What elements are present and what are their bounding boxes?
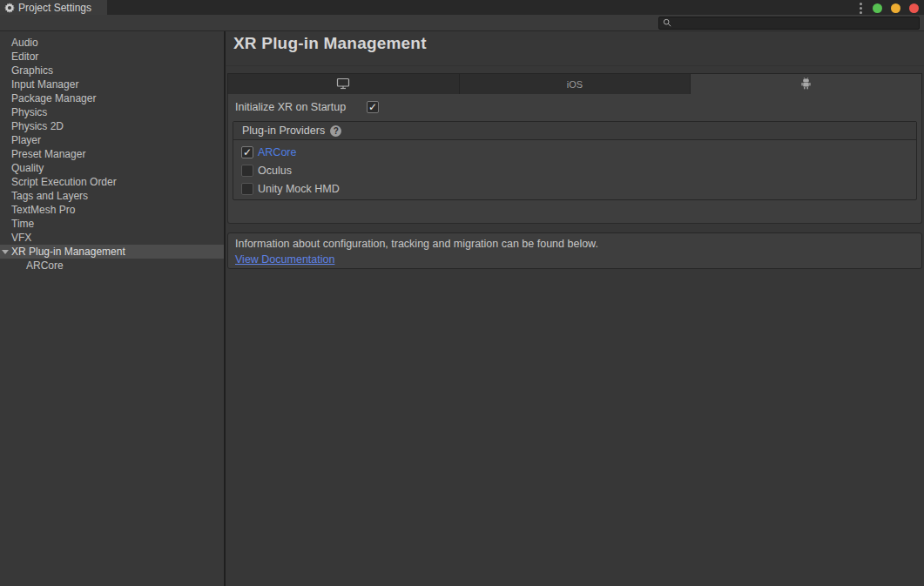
sidebar-item-label: ARCore [26,259,64,272]
plugin-providers-box: Plug-in Providers ? ARCore Oculus Unity … [233,121,917,200]
sidebar-item-vfx[interactable]: VFX [0,231,224,245]
window-button-yellow[interactable] [891,3,900,13]
sidebar-item-label: Editor [11,51,38,63]
search-icon [663,17,671,30]
sidebar-item-label: Quality [11,162,44,174]
platform-tab-bar: iOS [227,73,922,94]
ios-tab-label: iOS [567,79,583,90]
sidebar-item-physics[interactable]: Physics [0,105,224,119]
sidebar-item-xr-plug-in-management[interactable]: XR Plug-in Management [0,245,224,259]
initialize-xr-checkbox[interactable] [367,101,379,113]
sidebar-item-textmesh-pro[interactable]: TextMesh Pro [0,203,224,217]
provider-row: Oculus [233,161,916,179]
search-box[interactable] [658,17,920,30]
sidebar-item-tags-and-layers[interactable]: Tags and Layers [0,189,224,203]
initialize-xr-label: Initialize XR on Startup [235,101,367,113]
sidebar-item-preset-manager[interactable]: Preset Manager [0,147,224,161]
sidebar-item-label: Package Manager [11,92,96,104]
desktop-icon [336,77,350,91]
provider-checkbox[interactable] [241,146,253,158]
provider-label: Oculus [258,165,292,177]
window-tab-title: Project Settings [18,2,91,14]
window-button-red[interactable] [909,3,919,13]
help-icon[interactable]: ? [330,125,341,137]
xr-management-panel: XR Plug-in Management iOS [226,31,924,586]
settings-sidebar: Audio Editor Graphics Input Manager Pack… [0,31,226,586]
sidebar-item-label: Time [11,218,34,230]
sidebar-item-input-manager[interactable]: Input Manager [0,77,224,91]
project-settings-window: Project Settings Audio Editor [0,0,924,586]
sidebar-item-audio[interactable]: Audio [0,36,224,50]
sidebar-item-quality[interactable]: Quality [0,161,224,175]
sidebar-item-label: Preset Manager [11,148,85,160]
page-title: XR Plug-in Management [233,34,427,53]
window-button-green[interactable] [873,3,882,13]
title-separator [226,65,924,66]
sidebar-item-label: Physics [11,106,47,118]
provider-checkbox[interactable] [241,165,253,177]
plugin-providers-title: Plug-in Providers [242,125,325,137]
info-box: Information about configuration, trackin… [227,232,922,269]
window-controls [858,2,919,15]
sidebar-list: Audio Editor Graphics Input Manager Pack… [0,36,224,273]
tab-ios[interactable]: iOS [459,74,691,94]
sidebar-item-label: Physics 2D [11,120,64,132]
sidebar-item-physics-2d[interactable]: Physics 2D [0,119,224,133]
sidebar-item-label: VFX [11,232,31,244]
android-settings-panel: Initialize XR on Startup Plug-in Provide… [227,94,922,224]
info-text: Information about configuration, trackin… [235,237,914,252]
sidebar-item-label: Audio [11,37,38,49]
provider-checkbox[interactable] [241,183,253,195]
provider-label: ARCore [258,146,296,158]
tab-desktop[interactable] [228,74,459,94]
sidebar-item-player[interactable]: Player [0,133,224,147]
sidebar-item-label: Input Manager [11,78,78,91]
android-icon [800,77,812,91]
provider-row: Unity Mock HMD [233,179,916,198]
provider-label: Unity Mock HMD [258,183,340,195]
sidebar-item-label: TextMesh Pro [11,204,75,216]
sidebar-item-label: Graphics [11,64,53,77]
provider-list: ARCore Oculus Unity Mock HMD [233,143,916,198]
sidebar-item-package-manager[interactable]: Package Manager [0,91,224,105]
view-documentation-link[interactable]: View Documentation [235,253,334,266]
tab-android[interactable] [690,74,921,94]
window-tab-strip: Project Settings [0,0,924,15]
foldout-triangle-icon[interactable] [2,250,9,254]
provider-row: ARCore [233,143,916,161]
sidebar-item-editor[interactable]: Editor [0,50,224,64]
plugin-providers-header: Plug-in Providers ? [233,122,916,140]
initialize-xr-row: Initialize XR on Startup [235,101,379,113]
sidebar-item-label: Player [11,134,41,146]
sidebar-item-label: Tags and Layers [11,190,88,202]
sidebar-item-graphics[interactable]: Graphics [0,64,224,77]
sidebar-item-label: Script Execution Order [11,176,117,188]
kebab-menu-icon[interactable] [858,2,864,15]
sidebar-item-label: XR Plug-in Management [11,246,125,258]
sidebar-item-script-execution-order[interactable]: Script Execution Order [0,175,224,189]
settings-toolbar [0,15,924,31]
gear-icon [4,3,15,13]
sidebar-item-time[interactable]: Time [0,217,224,231]
search-input[interactable] [674,17,915,29]
sidebar-item-arcore[interactable]: ARCore [0,259,224,273]
tab-project-settings[interactable]: Project Settings [0,0,107,15]
